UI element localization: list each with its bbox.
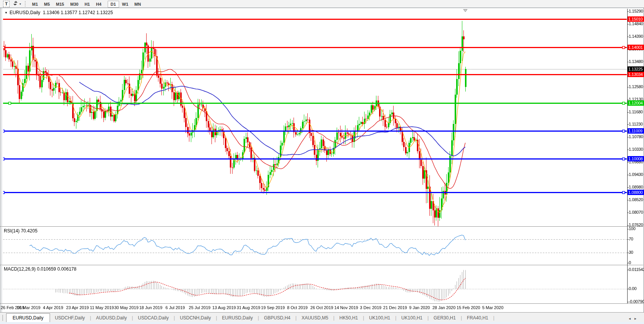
rsi-axis-tick: 70 bbox=[629, 237, 644, 242]
price-axis-tick: 1.10780 bbox=[629, 134, 644, 139]
macd-axis-tick: 0.00 bbox=[629, 286, 644, 291]
time-axis-label: 8 Oct 2019 bbox=[287, 305, 308, 310]
time-axis-label: 6 Jul 2019 bbox=[166, 305, 185, 310]
time-axis-label: 23 Apr 2019 bbox=[66, 305, 89, 310]
chart-tab-fra40-h1[interactable]: FRA40,H1 bbox=[462, 314, 493, 322]
tab-scroll-arrows[interactable]: ◂▸ bbox=[629, 316, 640, 321]
rsi-axis-tick: 100 bbox=[629, 226, 644, 231]
price-line-badge: 1.13034 bbox=[628, 72, 644, 77]
price-line-badge: 1.14001 bbox=[628, 45, 644, 50]
rsi-indicator-label: RSI(14) 70.4205 bbox=[4, 228, 37, 234]
time-axis-label: 9 Jan 2020 bbox=[409, 305, 430, 310]
ohlc-low: 1.12742 bbox=[79, 10, 95, 15]
ohlc-close: 1.13225 bbox=[96, 10, 113, 15]
chart-header: ▼EURUSD,Daily 1.13406 1.13577 1.12742 1.… bbox=[5, 10, 113, 15]
price-axis-tick: 1.13480 bbox=[629, 59, 644, 64]
chart-tab-bar: EURUSD,DailyUSDCHF,Daily|AUDUSD,Daily|US… bbox=[0, 312, 644, 322]
chart-tab-uk100-h1[interactable]: UK100,H1 bbox=[396, 314, 427, 322]
chart-tab-xauusd-m5[interactable]: XAUUSD,M5 bbox=[297, 314, 333, 322]
chart-tab-usdchf-daily[interactable]: USDCHF,Daily bbox=[50, 314, 90, 322]
time-axis-label: 28 Jan 2020 bbox=[433, 305, 456, 310]
chart-tab-usdcad-daily[interactable]: USDCAD,Daily bbox=[133, 314, 174, 322]
time-axis-label: 4 Apr 2019 bbox=[43, 305, 63, 310]
time-axis-label: 15 Feb 2020 bbox=[457, 305, 480, 310]
price-line-badge: 1.12004 bbox=[628, 100, 644, 106]
chart-tab-eurusd-daily[interactable]: EURUSD,Daily bbox=[6, 313, 50, 323]
price-axis-tick: 1.14390 bbox=[629, 34, 644, 39]
time-axis-label: 11 May 2019 bbox=[90, 305, 114, 310]
price-axis-tick: 1.10330 bbox=[629, 147, 644, 152]
time-axis-label: 30 May 2019 bbox=[114, 305, 139, 310]
time-axis-label: 26 Oct 2019 bbox=[310, 305, 333, 310]
chart-symbol-label: EURUSD,Daily bbox=[10, 10, 40, 15]
time-axis-label: 21 Dec 2019 bbox=[383, 305, 407, 310]
price-line-badge: 1.11009 bbox=[628, 128, 644, 134]
chart-tab-uk100-h1[interactable]: UK100,H1 bbox=[364, 314, 395, 322]
price-axis-tick: 1.11230 bbox=[629, 122, 644, 127]
macd-indicator-label: MACD(12,26,9) 0.010659 0.006178 bbox=[4, 266, 76, 272]
price-axis-tick: 1.08070 bbox=[629, 210, 644, 215]
price-axis-tick: 1.12580 bbox=[629, 84, 644, 89]
price-axis-tick: 1.11680 bbox=[629, 110, 644, 114]
price-line-badge: 1.08800 bbox=[628, 190, 644, 195]
chart-tab-hk50-h1[interactable]: HK50,H1 bbox=[334, 314, 363, 322]
price-line-badge: 1.10008 bbox=[628, 156, 644, 161]
rsi-axis-tick: 30 bbox=[629, 250, 644, 255]
window-edge-strip bbox=[0, 322, 644, 324]
one-click-collapse-icon[interactable]: ▼ bbox=[5, 11, 8, 15]
rsi-axis-tick: 0 bbox=[629, 260, 644, 265]
chart-tab-ger30-h1[interactable]: GER30,H1 bbox=[429, 314, 461, 322]
ohlc-high: 1.13577 bbox=[61, 10, 77, 15]
time-axis-label: 31 Aug 2019 bbox=[237, 305, 260, 310]
time-axis-label: 16 Mar 2019 bbox=[17, 305, 40, 310]
macd-axis-tick: 0.011543 bbox=[629, 267, 644, 272]
chart-canvas[interactable] bbox=[0, 0, 644, 324]
ohlc-open: 1.13406 bbox=[43, 10, 59, 15]
chart-tab-audusd-daily[interactable]: AUDUSD,Daily bbox=[91, 314, 132, 322]
current-price-badge: 1.13225 bbox=[628, 66, 644, 72]
chart-tab-eurusd-daily[interactable]: EURUSD,Daily bbox=[217, 314, 258, 322]
time-axis-label: 5 Mar 2020 bbox=[482, 305, 504, 310]
price-axis-tick: 1.08980 bbox=[629, 185, 644, 190]
price-line-badge: 1.15010 bbox=[628, 16, 644, 22]
tabbar-grip bbox=[2, 315, 5, 321]
time-axis-label: 25 Jul 2019 bbox=[189, 305, 211, 310]
time-axis-label: 3 Dec 2019 bbox=[360, 305, 381, 310]
price-axis-tick: 1.14840 bbox=[629, 21, 644, 26]
terminal-window: T ▾ M1M5M15M30H1H4D1W1MN ▼EURUSD,Daily 1… bbox=[0, 0, 644, 324]
time-axis-label: 18 Jun 2019 bbox=[139, 305, 163, 310]
price-axis-tick: 1.08520 bbox=[629, 197, 644, 202]
time-axis-label: 14 Nov 2019 bbox=[334, 305, 358, 310]
macd-axis-tick: -0.007908 bbox=[629, 299, 644, 304]
tab-separator: | bbox=[493, 315, 494, 322]
chart-tab-usdcnh-daily[interactable]: USDCNH,Daily bbox=[175, 314, 216, 322]
time-axis-label: 13 Aug 2019 bbox=[212, 305, 236, 310]
time-axis-label: 19 Sep 2019 bbox=[261, 305, 285, 310]
price-axis-tick: 1.09430 bbox=[629, 172, 644, 177]
price-axis-tick: 1.15290 bbox=[629, 9, 644, 14]
chart-tab-gbpusd-h4[interactable]: GBPUSD,H4 bbox=[259, 314, 295, 322]
